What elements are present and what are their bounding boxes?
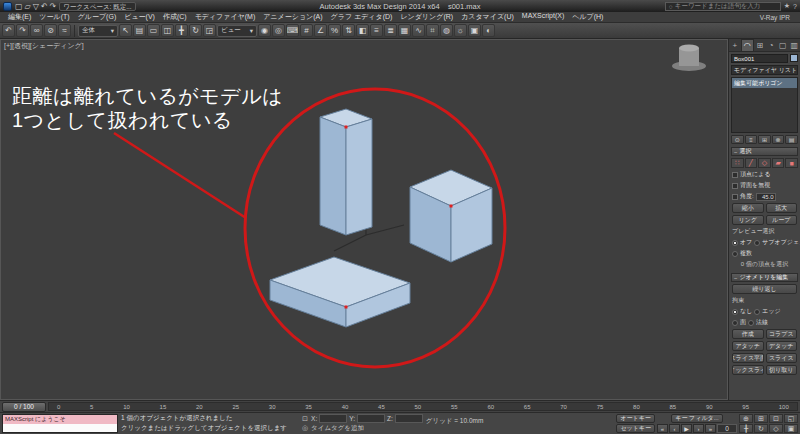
mirror-icon[interactable]: ◧ xyxy=(356,24,369,37)
go-end-button[interactable]: » xyxy=(705,424,716,433)
rollout-selection[interactable]: 選択 xyxy=(731,147,798,156)
detach-button[interactable]: デタッチ xyxy=(766,341,798,351)
checkbox[interactable] xyxy=(732,172,738,178)
select-move-icon[interactable]: ╋ xyxy=(175,24,188,37)
current-frame-field[interactable]: 0 xyxy=(717,424,737,433)
border-mode-icon[interactable]: ◇ xyxy=(758,158,771,168)
ring-button[interactable]: リング xyxy=(732,215,764,225)
select-scale-icon[interactable]: ◲ xyxy=(203,24,216,37)
keyboard-override-icon[interactable]: ⌨ xyxy=(286,24,299,37)
help-icon[interactable]: ? xyxy=(793,3,797,10)
grow-button[interactable]: 拡大 xyxy=(766,203,798,213)
new-scene-icon[interactable]: ▢ xyxy=(15,2,23,11)
repeat-last-button[interactable]: 繰り返し xyxy=(732,284,797,294)
rect-selection-icon[interactable]: ▭ xyxy=(147,24,160,37)
ignore-backfacing-checkbox[interactable]: 背面を無視 xyxy=(729,180,800,191)
menu-item[interactable]: モディファイヤ(M) xyxy=(191,12,260,22)
pin-stack-icon[interactable]: ⊙ xyxy=(731,135,744,144)
preview-off-radio[interactable] xyxy=(732,240,738,246)
vertex-mode-icon[interactable]: ∷ xyxy=(731,158,744,168)
play-button[interactable]: ▶ xyxy=(681,424,692,433)
select-rotate-icon[interactable]: ↻ xyxy=(189,24,202,37)
zoom-all-icon[interactable]: ⊞ xyxy=(754,414,768,423)
preview-subobject-radio[interactable] xyxy=(754,240,760,246)
undo-icon[interactable]: ↶ xyxy=(2,24,15,37)
menu-item[interactable]: アニメーション(A) xyxy=(259,12,326,22)
z-field[interactable] xyxy=(395,414,423,423)
use-pivot-icon[interactable]: ◉ xyxy=(258,24,271,37)
time-slider-handle[interactable]: 0 / 100 xyxy=(2,402,46,412)
collapse-button[interactable]: コラプス xyxy=(766,329,798,339)
orbit-icon[interactable]: ↻ xyxy=(754,424,768,433)
create-button[interactable]: 作成 xyxy=(732,329,764,339)
cut-button[interactable]: 切り取り xyxy=(766,365,798,375)
menu-item[interactable]: レンダリング(R) xyxy=(396,12,457,22)
redo-icon[interactable]: ↷ xyxy=(50,2,57,11)
perspective-viewport[interactable]: [+][透視][シェーディング] 距離は離れているがモデルは 1つとして扱われて… xyxy=(0,39,728,400)
select-manipulate-icon[interactable]: ◎ xyxy=(272,24,285,37)
constraint-edge-radio[interactable] xyxy=(754,309,760,315)
layer-manager-icon[interactable]: ≣ xyxy=(384,24,397,37)
maximize-viewport-icon[interactable]: ▣ xyxy=(784,424,798,433)
tab-modify[interactable]: ◠ xyxy=(741,39,755,51)
next-frame-button[interactable]: › xyxy=(693,424,704,433)
select-link-icon[interactable]: ∞ xyxy=(30,24,43,37)
menu-item[interactable]: カスタマイズ(U) xyxy=(457,12,518,22)
object-color-swatch[interactable] xyxy=(790,54,798,62)
workspace-dropdown[interactable]: ワークスペース: 既定... xyxy=(59,2,135,11)
search-input[interactable]: ○キーワードまたは語句を入力 xyxy=(665,2,781,11)
angle-snap-icon[interactable]: ∠ xyxy=(314,24,327,37)
prev-frame-button[interactable]: ‹ xyxy=(669,424,680,433)
tab-create[interactable]: + xyxy=(729,39,741,51)
tab-motion[interactable]: ◔ xyxy=(766,39,778,51)
render-frame-icon[interactable]: ▣ xyxy=(468,24,481,37)
menu-item[interactable]: 作成(C) xyxy=(159,12,191,22)
zoom-icon[interactable]: ⊕ xyxy=(739,414,753,423)
set-key-button[interactable]: セットキー xyxy=(616,424,655,433)
modifier-stack[interactable]: 編集可能ポリゴン xyxy=(731,77,798,133)
app-icon[interactable] xyxy=(3,2,12,11)
snap-toggle-icon[interactable]: # xyxy=(300,24,313,37)
schematic-view-icon[interactable]: ⌗ xyxy=(426,24,439,37)
render-production-icon[interactable]: ◐ xyxy=(482,24,495,37)
edge-mode-icon[interactable]: ╱ xyxy=(745,158,758,168)
menu-item[interactable]: ツール(T) xyxy=(35,12,73,22)
preview-multi-radio[interactable] xyxy=(732,251,738,257)
constraint-none-radio[interactable] xyxy=(732,309,738,315)
menu-item[interactable]: ビュー(V) xyxy=(120,12,159,22)
polygon-mode-icon[interactable]: ▰ xyxy=(772,158,785,168)
constraint-face-radio[interactable] xyxy=(732,320,738,326)
material-editor-icon[interactable]: ◍ xyxy=(440,24,453,37)
slice-button[interactable]: スライス xyxy=(766,353,798,363)
slice-plane-button[interactable]: スライス平面 xyxy=(732,353,764,363)
show-end-result-icon[interactable]: ≡ xyxy=(745,135,758,144)
bind-spacewarp-icon[interactable]: ≈ xyxy=(58,24,71,37)
viewcube[interactable] xyxy=(672,45,706,72)
reference-coordinate-dropdown[interactable]: ビュー▾ xyxy=(217,25,257,37)
remove-modifier-icon[interactable]: ⊗ xyxy=(772,135,785,144)
auto-key-button[interactable]: オートキー xyxy=(616,414,655,423)
checkbox[interactable] xyxy=(732,183,738,189)
attach-button[interactable]: アタッチ xyxy=(732,341,764,351)
quickslice-button[interactable]: クイックスライス xyxy=(732,365,764,375)
tab-display[interactable]: ▢ xyxy=(777,39,789,51)
y-field[interactable] xyxy=(357,414,385,423)
menu-item[interactable]: ヘルプ(H) xyxy=(568,12,607,22)
window-crossing-icon[interactable]: ◫ xyxy=(161,24,174,37)
undo-icon[interactable]: ↶ xyxy=(41,2,48,11)
box-cube[interactable] xyxy=(410,170,492,262)
tab-hierarchy[interactable]: ⊞ xyxy=(754,39,766,51)
save-file-icon[interactable]: ▽ xyxy=(33,2,39,11)
element-mode-icon[interactable]: ■ xyxy=(785,158,798,168)
open-file-icon[interactable]: ▱ xyxy=(25,2,31,11)
spinner-snap-icon[interactable]: ⇅ xyxy=(342,24,355,37)
listener-white-line[interactable] xyxy=(3,424,117,433)
graphite-ribbon-icon[interactable]: ▦ xyxy=(398,24,411,37)
render-setup-icon[interactable]: ☼ xyxy=(454,24,467,37)
timetag-button[interactable]: タイムタグを追加 xyxy=(311,424,423,433)
zoom-region-icon[interactable]: ◱ xyxy=(784,414,798,423)
rollout-edit-geometry[interactable]: ジオメトリを編集 xyxy=(731,273,798,282)
angle-field[interactable]: 45.0 xyxy=(756,193,776,201)
unlink-icon[interactable]: ⊘ xyxy=(44,24,57,37)
select-object-icon[interactable]: ↖ xyxy=(119,24,132,37)
